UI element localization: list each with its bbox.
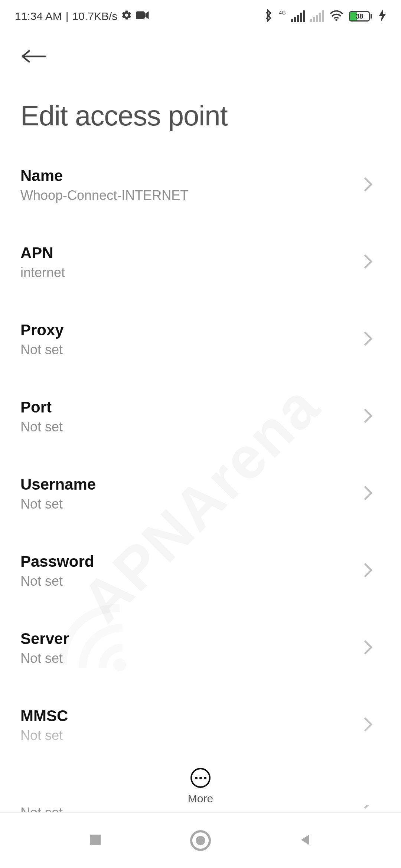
status-right: 4G 38 — [263, 9, 386, 24]
row-label: Server — [20, 630, 69, 648]
row-username[interactable]: Username Not set — [20, 455, 381, 532]
row-value: Not set — [20, 651, 69, 666]
status-bar: 11:34 AM | 10.7KB/s 4G 38 — [0, 0, 401, 26]
chevron-right-icon — [363, 253, 373, 271]
row-value: Not set — [20, 342, 64, 358]
status-net-speed: 10.7KB/s — [72, 10, 118, 23]
video-camera-icon — [136, 10, 149, 23]
chevron-right-icon — [363, 176, 373, 194]
page-title: Edit access point — [0, 66, 401, 147]
row-name[interactable]: Name Whoop-Connect-INTERNET — [20, 147, 381, 224]
more-label: More — [188, 792, 213, 805]
row-apn[interactable]: APN internet — [20, 224, 381, 301]
nav-recent-button[interactable] — [88, 832, 103, 849]
svg-rect-0 — [136, 11, 145, 19]
row-port[interactable]: Port Not set — [20, 378, 381, 455]
system-nav-bar — [0, 812, 401, 868]
svg-point-1 — [335, 19, 337, 21]
status-left: 11:34 AM | 10.7KB/s — [15, 10, 149, 23]
battery-percent: 38 — [356, 13, 363, 20]
chevron-right-icon — [363, 408, 373, 425]
chevron-right-icon — [363, 562, 373, 580]
status-sep: | — [66, 10, 69, 23]
row-value: Not set — [20, 573, 94, 589]
row-label: MMSC — [20, 707, 68, 725]
row-label: Name — [20, 167, 188, 185]
gear-icon — [121, 10, 132, 23]
battery-icon: 38 — [349, 11, 372, 22]
row-server[interactable]: Server Not set — [20, 609, 381, 687]
row-label: APN — [20, 244, 65, 262]
wifi-icon — [329, 10, 344, 23]
charging-bolt-icon — [379, 9, 386, 24]
chevron-right-icon — [363, 485, 373, 503]
row-value: Not set — [20, 728, 68, 743]
row-value: Whoop-Connect-INTERNET — [20, 188, 188, 203]
row-value: Not set — [20, 419, 63, 435]
apn-settings-list: Name Whoop-Connect-INTERNET APN internet… — [0, 147, 401, 841]
chevron-right-icon — [363, 331, 373, 348]
chevron-right-icon — [363, 716, 373, 734]
nav-home-button[interactable] — [190, 830, 211, 851]
svg-rect-3 — [90, 835, 101, 845]
signal-sim2-icon — [310, 10, 324, 22]
back-button[interactable] — [20, 48, 381, 66]
more-button[interactable]: More — [0, 757, 401, 805]
row-label: Password — [20, 553, 94, 571]
network-type-label: 4G — [279, 10, 286, 16]
row-password[interactable]: Password Not set — [20, 532, 381, 609]
row-value: internet — [20, 265, 65, 280]
row-proxy[interactable]: Proxy Not set — [20, 301, 381, 378]
chevron-right-icon — [363, 639, 373, 657]
row-value: Not set — [20, 496, 96, 512]
status-time: 11:34 AM — [15, 10, 62, 23]
row-label: Proxy — [20, 321, 64, 339]
bluetooth-icon — [263, 9, 274, 24]
nav-back-button[interactable] — [298, 832, 313, 849]
row-label: Username — [20, 476, 96, 493]
row-label: Port — [20, 398, 63, 416]
more-icon — [190, 768, 211, 788]
signal-sim1-icon — [291, 10, 305, 22]
row-mmsc[interactable]: MMSC Not set — [20, 687, 381, 764]
